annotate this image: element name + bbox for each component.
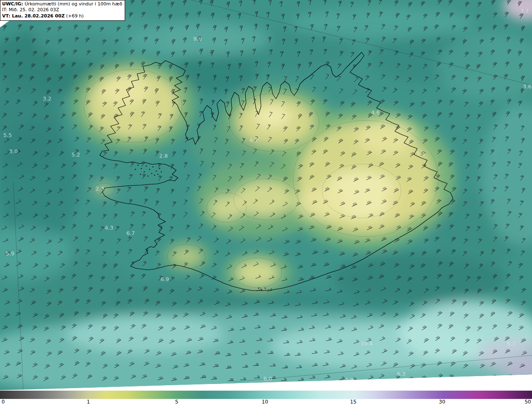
map-value-label: 2.8 bbox=[159, 153, 168, 159]
island-dot bbox=[258, 288, 259, 289]
colorbar-tick-labels: 01510153050 bbox=[0, 399, 532, 406]
map-value-label: 6.3 bbox=[397, 371, 406, 377]
map-value-label: 10.4 bbox=[361, 340, 373, 347]
map-value-label: 4.7 bbox=[249, 137, 258, 143]
island-dot bbox=[265, 288, 266, 289]
map-value-label: 4.3 bbox=[105, 225, 113, 231]
map-value-label: 4.6 bbox=[371, 109, 380, 115]
map-value-label: 5.9 bbox=[6, 250, 15, 257]
island-dot bbox=[151, 173, 153, 174]
island-dot bbox=[138, 165, 139, 166]
map-value-label: 6.0 bbox=[264, 376, 272, 382]
colorbar-tick: 0 bbox=[2, 399, 5, 405]
island-dot bbox=[144, 171, 145, 173]
weather-map-window: 7.79.63.23.64.65.54.73.05.22.83.42.34.36… bbox=[0, 0, 532, 406]
map-value-label: 7.7 bbox=[520, 8, 529, 14]
island-dot bbox=[158, 174, 159, 175]
island-dot bbox=[148, 176, 149, 177]
map-value-label: 9.6 bbox=[193, 36, 202, 42]
island-dot bbox=[140, 174, 141, 175]
map-value-label: 5.5 bbox=[3, 132, 12, 138]
island-dot bbox=[156, 171, 157, 172]
island-dot bbox=[149, 169, 150, 170]
island-dot bbox=[135, 169, 136, 170]
precipitation-colorbar bbox=[0, 391, 532, 399]
map-value-label: 3.2 bbox=[43, 95, 52, 102]
map-value-label: 3.6 bbox=[523, 83, 532, 90]
map-value-label: 2.8 bbox=[345, 377, 354, 383]
model-name: UWC/IG: bbox=[2, 1, 23, 7]
map-value-label: 3.4 bbox=[416, 151, 425, 157]
map-title-line1: UWC/IG: Úrkomumætti (mm) og vindur í 100… bbox=[2, 1, 122, 7]
colorbar-tick: 15 bbox=[350, 399, 356, 405]
island-dot bbox=[146, 166, 147, 167]
island-dot bbox=[261, 290, 263, 291]
map-value-label: 6.9 bbox=[160, 276, 169, 282]
map-field-layer: 7.79.63.23.64.65.54.73.05.22.83.42.34.36… bbox=[0, 0, 532, 390]
map-value-label: 6.7 bbox=[126, 230, 135, 236]
map-value-label: 5.7 bbox=[507, 341, 516, 347]
map-value-label: 5.2 bbox=[71, 152, 80, 158]
map-init-time: IT: Mið. 25. 02. 2026 03Z bbox=[2, 7, 122, 13]
island-dot bbox=[153, 166, 154, 168]
precipitation-wind-map: 7.79.63.23.64.65.54.73.05.22.83.42.34.36… bbox=[0, 0, 532, 390]
island-dot bbox=[141, 168, 142, 169]
colorbar-tick: 5 bbox=[175, 399, 178, 405]
colorbar-tick: 1 bbox=[87, 399, 90, 405]
map-title-text: Úrkomumætti (mm) og vindur í 100m hæð bbox=[23, 1, 123, 7]
island-dot bbox=[159, 168, 160, 169]
map-value-label: 2.3 bbox=[96, 186, 104, 192]
colorbar-tick: 10 bbox=[262, 399, 268, 405]
map-valid-time: VT: Lau. 28.02.2026 00Z (+69 h) bbox=[2, 13, 122, 19]
colorbar-tick: 50 bbox=[525, 399, 531, 405]
map-value-label: 3.0 bbox=[9, 148, 18, 154]
colorbar-tick: 30 bbox=[439, 399, 445, 405]
map-title-box: UWC/IG: Úrkomumætti (mm) og vindur í 100… bbox=[0, 0, 125, 21]
island-dot bbox=[154, 175, 155, 176]
island-dot bbox=[161, 171, 162, 173]
